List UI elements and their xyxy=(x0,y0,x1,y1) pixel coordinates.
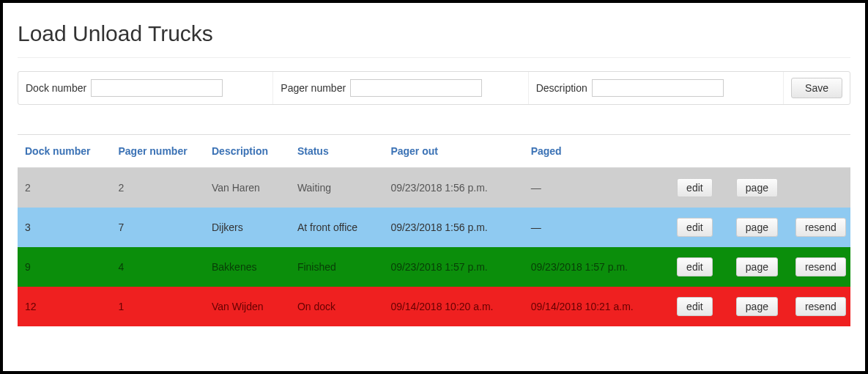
page-button[interactable]: page xyxy=(736,257,778,276)
cell-pager: 7 xyxy=(111,208,205,247)
table-row: 37DijkersAt front office09/23/2018 1:56 … xyxy=(18,208,850,247)
cell-description: Bakkenes xyxy=(204,247,290,287)
cell-paged: 09/14/2018 10:21 a.m. xyxy=(524,287,664,326)
col-header-pager[interactable]: Pager number xyxy=(111,135,205,168)
pager-number-cell: Pager number xyxy=(273,72,528,104)
filter-row: Dock number Pager number Description Sav… xyxy=(18,71,850,105)
cell-status: Waiting xyxy=(290,168,384,208)
cell-resend: resend xyxy=(788,208,850,247)
cell-dock: 9 xyxy=(18,247,111,287)
cell-resend: resend xyxy=(788,247,850,287)
cell-pager_out: 09/14/2018 10:20 a.m. xyxy=(383,287,523,326)
cell-page: page xyxy=(726,247,788,287)
cell-paged: 09/23/2018 1:57 p.m. xyxy=(524,247,664,287)
col-header-action-page xyxy=(726,135,788,168)
cell-status: At front office xyxy=(290,208,384,247)
dock-number-cell: Dock number xyxy=(18,72,273,104)
table-row: 94BakkenesFinished09/23/2018 1:57 p.m.09… xyxy=(18,247,850,287)
cell-pager: 1 xyxy=(111,287,205,326)
cell-paged: — xyxy=(524,168,664,208)
divider xyxy=(18,57,850,58)
cell-dock: 12 xyxy=(18,287,111,326)
cell-resend: resend xyxy=(788,287,850,326)
col-header-dock[interactable]: Dock number xyxy=(18,135,111,168)
cell-edit: edit xyxy=(664,247,726,287)
cell-edit: edit xyxy=(664,287,726,326)
cell-pager: 4 xyxy=(111,247,205,287)
col-header-pager-out[interactable]: Pager out xyxy=(383,135,523,168)
page-button[interactable]: page xyxy=(736,297,778,316)
cell-dock: 2 xyxy=(18,168,111,208)
pager-number-input[interactable] xyxy=(350,79,482,97)
cell-dock: 3 xyxy=(18,208,111,247)
cell-page: page xyxy=(726,287,788,326)
description-input[interactable] xyxy=(592,79,724,97)
cell-pager_out: 09/23/2018 1:56 p.m. xyxy=(383,208,523,247)
resend-button[interactable]: resend xyxy=(795,257,846,276)
dock-number-label: Dock number xyxy=(26,82,86,94)
col-header-action-edit xyxy=(664,135,726,168)
description-label: Description xyxy=(536,82,587,94)
edit-button[interactable]: edit xyxy=(677,297,713,316)
table-row: 22Van HarenWaiting09/23/2018 1:56 p.m.—e… xyxy=(18,168,850,208)
page-button[interactable]: page xyxy=(736,178,778,197)
table-header-row: Dock number Pager number Description Sta… xyxy=(18,135,850,168)
cell-status: Finished xyxy=(290,247,384,287)
col-header-paged[interactable]: Paged xyxy=(524,135,664,168)
description-cell: Description xyxy=(529,72,784,104)
dock-number-input[interactable] xyxy=(91,79,223,97)
table-row: 121Van WijdenOn dock09/14/2018 10:20 a.m… xyxy=(18,287,850,326)
edit-button[interactable]: edit xyxy=(677,178,713,197)
page-title: Load Unload Trucks xyxy=(18,21,850,46)
cell-description: Van Wijden xyxy=(204,287,290,326)
cell-pager: 2 xyxy=(111,168,205,208)
cell-page: page xyxy=(726,168,788,208)
cell-description: Dijkers xyxy=(204,208,290,247)
resend-button[interactable]: resend xyxy=(795,218,846,237)
col-header-action-resend xyxy=(788,135,850,168)
edit-button[interactable]: edit xyxy=(677,218,713,237)
cell-pager_out: 09/23/2018 1:56 p.m. xyxy=(383,168,523,208)
col-header-status[interactable]: Status xyxy=(290,135,384,168)
trucks-table: Dock number Pager number Description Sta… xyxy=(18,134,850,326)
cell-edit: edit xyxy=(664,168,726,208)
cell-pager_out: 09/23/2018 1:57 p.m. xyxy=(383,247,523,287)
cell-description: Van Haren xyxy=(204,168,290,208)
pager-number-label: Pager number xyxy=(281,82,346,94)
save-button[interactable]: Save xyxy=(791,78,842,98)
col-header-description[interactable]: Description xyxy=(204,135,290,168)
page-button[interactable]: page xyxy=(736,218,778,237)
cell-page: page xyxy=(726,208,788,247)
cell-status: On dock xyxy=(290,287,384,326)
cell-edit: edit xyxy=(664,208,726,247)
edit-button[interactable]: edit xyxy=(677,257,713,276)
cell-paged: — xyxy=(524,208,664,247)
cell-resend xyxy=(788,168,850,208)
save-button-wrap: Save xyxy=(784,72,850,104)
resend-button[interactable]: resend xyxy=(795,297,846,316)
